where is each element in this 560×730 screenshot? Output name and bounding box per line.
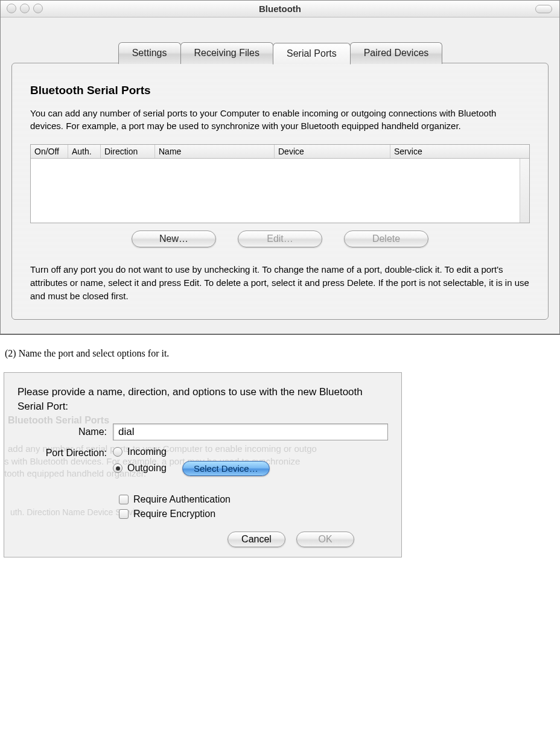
tab-serial-ports[interactable]: Serial Ports xyxy=(273,43,351,65)
delete-button: Delete xyxy=(344,230,428,247)
window-title: Bluetooth xyxy=(259,4,301,14)
zoom-icon[interactable] xyxy=(33,4,43,13)
col-auth[interactable]: Auth. xyxy=(68,145,101,158)
ok-button: OK xyxy=(296,532,354,547)
minimize-icon[interactable] xyxy=(20,4,30,13)
tabs: Settings Receiving Files Serial Ports Pa… xyxy=(1,42,559,63)
require-auth-checkbox[interactable]: Require Authentication xyxy=(119,494,388,505)
table-header: On/Off Auth. Direction Name Device Servi… xyxy=(31,145,529,159)
col-device[interactable]: Device xyxy=(275,145,390,158)
require-encryption-checkbox[interactable]: Require Encryption xyxy=(119,509,388,519)
toolbar-toggle-icon[interactable] xyxy=(535,5,552,13)
col-direction[interactable]: Direction xyxy=(101,145,155,158)
bluetooth-prefs-window: Bluetooth Settings Receiving Files Seria… xyxy=(0,0,560,334)
tab-settings[interactable]: Settings xyxy=(118,42,181,64)
select-device-button[interactable]: Select Device… xyxy=(182,461,270,476)
pane-hint: Turn off any port you do not want to use… xyxy=(30,263,530,302)
col-service[interactable]: Service xyxy=(390,145,529,158)
checkbox-icon xyxy=(119,495,129,504)
scrollbar[interactable] xyxy=(520,159,529,223)
tab-paired-devices[interactable]: Paired Devices xyxy=(350,42,443,64)
name-row: Name: xyxy=(18,424,388,440)
direction-row: Port Direction: Incoming Outgoing Select… xyxy=(18,446,388,476)
col-onoff[interactable]: On/Off xyxy=(31,145,68,158)
window-controls xyxy=(7,4,43,13)
step-caption: (2) Name the port and select options for… xyxy=(0,335,560,372)
radio-incoming-label: Incoming xyxy=(127,446,167,457)
tab-receiving-files[interactable]: Receiving Files xyxy=(180,42,273,64)
require-encryption-label: Require Encryption xyxy=(133,509,215,519)
name-input[interactable] xyxy=(113,424,388,440)
checkbox-icon xyxy=(119,509,129,519)
dialog-prompt: Please provide a name, direction, and op… xyxy=(18,385,388,414)
pane-description: You can add any number of serial ports t… xyxy=(30,107,530,132)
ports-table: On/Off Auth. Direction Name Device Servi… xyxy=(30,144,530,223)
radio-outgoing[interactable]: Outgoing xyxy=(113,463,167,474)
radio-outgoing-label: Outgoing xyxy=(127,463,167,474)
table-body[interactable] xyxy=(31,159,529,223)
cancel-button[interactable]: Cancel xyxy=(228,532,285,547)
radio-incoming[interactable]: Incoming xyxy=(113,446,270,457)
new-button[interactable]: New… xyxy=(132,230,216,247)
close-icon[interactable] xyxy=(7,4,16,13)
direction-label: Port Direction: xyxy=(18,446,113,459)
edit-button: Edit… xyxy=(238,230,322,247)
radio-icon xyxy=(113,463,122,473)
table-buttons: New… Edit… Delete xyxy=(30,230,530,247)
new-port-dialog: Bluetooth Serial Ports add any number of… xyxy=(4,372,402,557)
col-name[interactable]: Name xyxy=(155,145,275,158)
require-auth-label: Require Authentication xyxy=(133,494,231,505)
radio-icon xyxy=(113,447,122,457)
name-label: Name: xyxy=(18,427,113,437)
pane-heading: Bluetooth Serial Ports xyxy=(30,84,530,97)
options-col: Require Authentication Require Encryptio… xyxy=(119,494,388,519)
titlebar: Bluetooth xyxy=(1,1,559,17)
dialog-buttons: Cancel OK xyxy=(18,532,388,547)
serial-ports-pane: Bluetooth Serial Ports You can add any n… xyxy=(11,63,549,320)
